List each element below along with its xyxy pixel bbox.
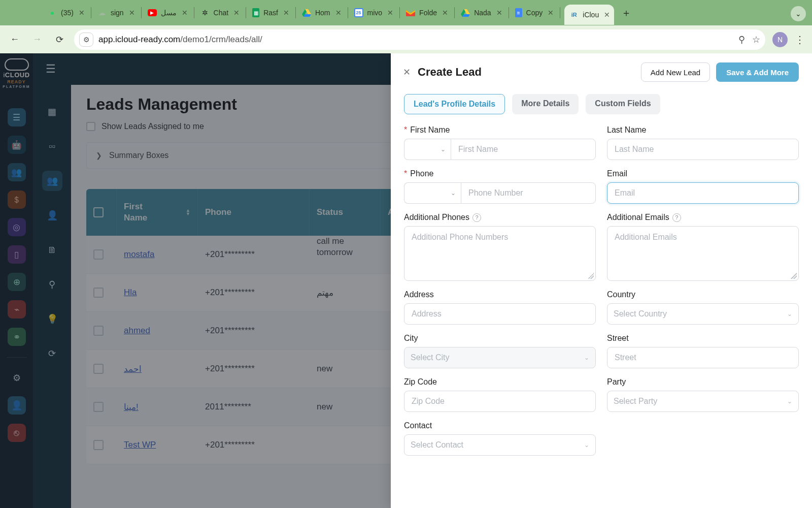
side-item-contacts[interactable]: 👥 bbox=[42, 171, 62, 191]
phone-code-select[interactable]: ⌄ bbox=[404, 182, 461, 204]
rail-item-crm[interactable]: 🤖 bbox=[8, 136, 26, 154]
col-status[interactable]: Status bbox=[310, 189, 381, 236]
side-item-ideas[interactable]: 💡 bbox=[42, 309, 62, 329]
col-phone[interactable]: Phone bbox=[198, 189, 310, 236]
additional-phones-input[interactable] bbox=[404, 226, 596, 281]
save-and-add-more-button[interactable]: Save & Add More bbox=[716, 62, 799, 82]
lead-name-link[interactable]: مينا! bbox=[124, 402, 139, 412]
side-item-assign[interactable]: ⚲ bbox=[42, 274, 62, 295]
additional-phones-text[interactable] bbox=[411, 232, 589, 275]
close-icon[interactable]: ✕ bbox=[78, 9, 86, 17]
side-item-tasks[interactable]: 🗎 bbox=[42, 240, 62, 260]
side-item-person[interactable]: 👤 bbox=[42, 205, 62, 226]
reload-button[interactable]: ⟳ bbox=[52, 32, 67, 47]
zip-text[interactable] bbox=[411, 396, 589, 406]
close-icon[interactable]: ✕ bbox=[282, 9, 290, 17]
chrome-tab-sign[interactable]: ☁ sign ✕ bbox=[95, 5, 137, 21]
row-checkbox[interactable] bbox=[93, 288, 104, 298]
close-icon[interactable]: ✕ bbox=[386, 9, 394, 17]
row-checkbox[interactable] bbox=[93, 249, 104, 260]
close-icon[interactable]: ✕ bbox=[403, 67, 411, 78]
close-icon[interactable]: ✕ bbox=[603, 11, 611, 19]
zoom-icon[interactable]: ⚲ bbox=[738, 34, 745, 45]
tabs-overflow-button[interactable]: ⌄ bbox=[791, 6, 806, 21]
tab-profile-details[interactable]: Lead's Profile Details bbox=[404, 94, 505, 114]
street-text[interactable] bbox=[614, 353, 792, 363]
select-all-checkbox[interactable] bbox=[93, 207, 104, 217]
checkbox-icon[interactable] bbox=[86, 122, 95, 131]
lead-name-link[interactable]: Test WP bbox=[124, 440, 156, 450]
row-checkbox[interactable] bbox=[93, 364, 104, 374]
sort-icon[interactable]: ▲▼ bbox=[186, 209, 190, 216]
rail-item-mobile[interactable]: ▯ bbox=[8, 245, 26, 264]
address-bar[interactable]: ⚙ app.icloud-ready.com/demo1/crm/leads/a… bbox=[74, 29, 765, 50]
chrome-tab-calendar[interactable]: 25 mivo ✕ bbox=[352, 5, 396, 21]
tab-more-details[interactable]: More Details bbox=[512, 94, 579, 114]
close-icon[interactable]: ✕ bbox=[495, 9, 503, 17]
close-icon[interactable]: ✕ bbox=[441, 9, 449, 17]
phone-text[interactable] bbox=[467, 188, 589, 198]
row-checkbox[interactable] bbox=[93, 326, 104, 336]
profile-avatar[interactable]: N bbox=[772, 32, 788, 47]
row-checkbox[interactable] bbox=[93, 402, 104, 412]
address-input[interactable] bbox=[404, 303, 596, 325]
party-select[interactable]: Select Party ⌄ bbox=[607, 391, 799, 412]
chrome-tab-whatsapp[interactable]: ● (35) ✕ bbox=[46, 5, 87, 21]
back-button[interactable]: ← bbox=[7, 32, 22, 47]
rail-item-campaign[interactable]: ⌁ bbox=[8, 300, 26, 319]
close-icon[interactable]: ✕ bbox=[181, 9, 189, 17]
last-name-text[interactable] bbox=[614, 144, 792, 154]
help-icon[interactable]: ? bbox=[472, 213, 481, 222]
close-icon[interactable]: ✕ bbox=[334, 9, 343, 17]
forward-button[interactable]: → bbox=[29, 32, 45, 47]
hamburger-icon[interactable]: ☰ bbox=[46, 62, 56, 76]
lead-name-link[interactable]: ahmed bbox=[124, 326, 150, 336]
contact-select[interactable]: Select Contact ⌄ bbox=[404, 434, 596, 456]
side-item-apps[interactable]: ▫▫ bbox=[42, 136, 62, 156]
email-text[interactable] bbox=[614, 188, 792, 198]
side-item-cycle[interactable]: ⟳ bbox=[42, 343, 62, 364]
rail-item-logout[interactable]: ⎋ bbox=[8, 424, 26, 442]
chrome-tab-youtube[interactable]: ▶ مسل ✕ bbox=[146, 5, 190, 21]
rail-item-home[interactable]: ☰ bbox=[8, 108, 26, 126]
side-item-dashboard[interactable]: ▦ bbox=[42, 102, 62, 122]
chrome-tab-icloudready[interactable]: iR iClou ✕ bbox=[564, 5, 614, 25]
email-input[interactable] bbox=[607, 182, 799, 204]
col-first-name[interactable]: First Name ▲▼ bbox=[117, 189, 198, 236]
add-new-lead-button[interactable]: Add New Lead bbox=[641, 62, 710, 82]
city-select[interactable]: Select City ⌄ bbox=[404, 347, 596, 368]
lead-name-link[interactable]: احمد bbox=[124, 364, 142, 374]
first-name-text[interactable] bbox=[457, 144, 589, 154]
country-select[interactable]: Select Country ⌄ bbox=[607, 303, 799, 325]
chrome-tab-docs[interactable]: ≡ Copy ✕ bbox=[513, 5, 556, 21]
first-name-input[interactable] bbox=[451, 139, 596, 160]
close-icon[interactable]: ✕ bbox=[547, 9, 555, 17]
row-checkbox[interactable] bbox=[93, 440, 104, 450]
lead-name-link[interactable]: mostafa bbox=[124, 249, 154, 260]
lead-name-link[interactable]: Hla bbox=[124, 288, 137, 298]
help-icon[interactable]: ? bbox=[672, 213, 681, 222]
chrome-tab-drive-nada[interactable]: Nada ✕ bbox=[459, 5, 504, 21]
zip-input[interactable] bbox=[404, 391, 596, 412]
resize-handle[interactable] bbox=[791, 273, 797, 279]
new-tab-button[interactable]: ＋ bbox=[618, 5, 634, 21]
rail-item-search[interactable]: ◎ bbox=[8, 218, 26, 236]
chrome-menu-button[interactable]: ⋮ bbox=[795, 34, 805, 46]
chrome-tab-drive-home[interactable]: Hom ✕ bbox=[300, 5, 344, 21]
last-name-input[interactable] bbox=[607, 139, 799, 160]
rail-item-profile[interactable]: 👤 bbox=[8, 396, 26, 415]
close-icon[interactable]: ✕ bbox=[232, 9, 241, 17]
rail-item-leads[interactable]: 👥 bbox=[8, 163, 26, 181]
phone-input[interactable] bbox=[461, 182, 596, 204]
rail-item-globe[interactable]: ⊕ bbox=[8, 273, 26, 291]
bookmark-icon[interactable]: ☆ bbox=[752, 34, 760, 45]
chrome-tab-sheets[interactable]: ▦ Rasf ✕ bbox=[250, 5, 291, 21]
tab-custom-fields[interactable]: Custom Fields bbox=[586, 94, 660, 114]
rail-item-sales[interactable]: ＄ bbox=[8, 190, 26, 209]
additional-emails-input[interactable] bbox=[607, 226, 799, 281]
close-icon[interactable]: ✕ bbox=[128, 9, 136, 17]
resize-handle[interactable] bbox=[588, 273, 594, 279]
chrome-tab-gmail[interactable]: Folde ✕ bbox=[404, 5, 450, 21]
salutation-select[interactable]: ⌄ bbox=[404, 139, 451, 160]
chrome-tab-chatgpt[interactable]: ✲ Chat ✕ bbox=[198, 5, 242, 21]
